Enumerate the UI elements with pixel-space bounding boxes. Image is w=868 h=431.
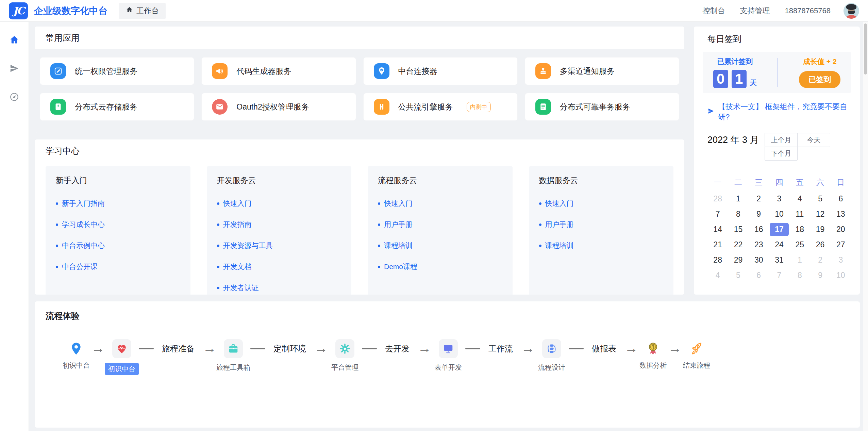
- calendar-day[interactable]: 4: [795, 193, 805, 205]
- app-card[interactable]: 分布式可靠事务服务: [525, 93, 679, 121]
- calendar-day[interactable]: 3: [836, 254, 846, 266]
- calendar-day[interactable]: 7: [774, 269, 784, 282]
- console-link[interactable]: 控制台: [702, 6, 725, 16]
- calendar-day[interactable]: 10: [834, 269, 848, 282]
- sidebar-item-compass[interactable]: [9, 92, 19, 102]
- calendar-day[interactable]: 18: [792, 223, 807, 236]
- app-card[interactable]: 多渠道通知服务: [525, 57, 679, 85]
- calendar-day[interactable]: 16: [752, 223, 766, 236]
- app-card[interactable]: 代码生成器服务: [201, 57, 356, 85]
- calendar-day[interactable]: 13: [834, 208, 848, 220]
- calendar-day[interactable]: 3: [774, 193, 784, 205]
- calendar-day[interactable]: 10: [772, 208, 786, 220]
- journey-node[interactable]: 表单开发: [439, 339, 458, 358]
- scrollbar-thumb[interactable]: [864, 23, 867, 74]
- checkin-divider: [778, 58, 778, 87]
- calendar-day[interactable]: 9: [754, 208, 764, 220]
- sidebar-item-send[interactable]: [9, 63, 19, 73]
- app-card[interactable]: 公共流引擎服务内测中: [363, 93, 518, 121]
- app-label: 多渠道通知服务: [560, 66, 615, 77]
- calendar-day[interactable]: 11: [793, 208, 806, 220]
- calendar-day[interactable]: 22: [731, 238, 746, 251]
- calendar-day[interactable]: 6: [836, 193, 846, 205]
- calendar-day[interactable]: 15: [731, 223, 746, 236]
- app-card[interactable]: 统一权限管理服务: [40, 57, 194, 85]
- calendar-day[interactable]: 28: [711, 254, 725, 266]
- learning-link[interactable]: 快速入门: [217, 199, 341, 208]
- calendar-day-cell: 7: [707, 206, 728, 222]
- sidebar-item-home[interactable]: [9, 35, 19, 45]
- calendar-day[interactable]: 5: [733, 269, 743, 282]
- learning-link[interactable]: 开发者认证: [217, 283, 341, 293]
- journey-edge-line: [139, 348, 154, 349]
- user-avatar[interactable]: [844, 3, 859, 19]
- bullet-dot-icon: [378, 202, 380, 205]
- calendar-day[interactable]: 30: [752, 254, 766, 266]
- calendar-day[interactable]: 21: [711, 238, 725, 251]
- calendar-day[interactable]: 20: [834, 223, 848, 236]
- journey-node[interactable]: 旅程工具箱: [224, 339, 243, 358]
- calendar-day-cell: 2: [810, 252, 830, 268]
- learning-link[interactable]: Demo课程: [378, 262, 502, 271]
- journey-node[interactable]: 结束旅程: [689, 341, 704, 356]
- calendar-day[interactable]: 28: [711, 193, 725, 205]
- learning-link[interactable]: 课程培训: [378, 241, 502, 250]
- calendar-day[interactable]: 31: [772, 254, 786, 266]
- app-logo[interactable]: JC: [9, 2, 28, 19]
- learning-link[interactable]: 开发文档: [217, 262, 341, 271]
- learning-link[interactable]: 新手入门指南: [56, 199, 180, 208]
- calendar-day[interactable]: 5: [815, 193, 825, 205]
- learning-link[interactable]: 开发资源与工具: [217, 241, 341, 250]
- calendar-day[interactable]: 7: [713, 208, 723, 220]
- calendar-day[interactable]: 24: [772, 238, 786, 251]
- calendar-day[interactable]: 26: [813, 238, 828, 251]
- app-card[interactable]: Oauth2授权管理服务: [201, 93, 356, 121]
- journey-node[interactable]: 流程设计: [542, 339, 561, 358]
- learning-link[interactable]: 中台示例中心: [56, 241, 180, 250]
- calendar-weekday: 二: [728, 177, 748, 188]
- calendar-day[interactable]: 19: [813, 223, 828, 236]
- today-button[interactable]: 今天: [797, 133, 830, 147]
- signed-in-button[interactable]: 已签到: [799, 71, 840, 88]
- support-admin-link[interactable]: 支持管理: [740, 6, 770, 16]
- calendar-day-selected[interactable]: 17: [770, 223, 789, 236]
- calendar-day[interactable]: 25: [792, 238, 807, 251]
- app-card[interactable]: 分布式云存储服务: [40, 93, 194, 121]
- calendar-day[interactable]: 12: [813, 208, 828, 220]
- calendar-day[interactable]: 2: [754, 193, 764, 205]
- journey-arrow-icon: →: [668, 341, 682, 356]
- learning-link[interactable]: 用户手册: [539, 220, 664, 229]
- calendar-day[interactable]: 8: [733, 208, 743, 220]
- calendar-day[interactable]: 1: [795, 254, 805, 266]
- calendar-day[interactable]: 2: [815, 254, 825, 266]
- calendar-day[interactable]: 29: [731, 254, 746, 266]
- learning-link[interactable]: 课程培训: [539, 241, 664, 250]
- vertical-scrollbar[interactable]: [863, 22, 868, 431]
- calendar-day[interactable]: 8: [795, 269, 805, 282]
- calendar-day[interactable]: 27: [834, 238, 848, 251]
- journey-node[interactable]: 初识中台: [69, 341, 84, 356]
- learning-link[interactable]: 开发指南: [217, 220, 341, 229]
- calendar-day[interactable]: 4: [713, 269, 723, 282]
- calendar-day[interactable]: 1: [733, 193, 743, 205]
- tab-workbench[interactable]: 工作台: [119, 3, 166, 19]
- calendar-day[interactable]: 9: [815, 269, 825, 282]
- calendar-day[interactable]: 14: [711, 223, 725, 236]
- calendar-day-cell: 1: [728, 191, 748, 206]
- app-card[interactable]: 中台连接器: [363, 57, 518, 85]
- calendar-day[interactable]: 6: [754, 269, 764, 282]
- journey-node[interactable]: 平台管理: [335, 339, 354, 358]
- learning-link[interactable]: 用户手册: [378, 220, 502, 229]
- journey-node[interactable]: 数据分析: [646, 341, 661, 356]
- learning-link[interactable]: 中台公开课: [56, 262, 180, 271]
- learning-link[interactable]: 快速入门: [378, 199, 502, 208]
- learning-link[interactable]: 快速入门: [539, 199, 664, 208]
- article-link-row[interactable]: 【技术一文】 框架组件，究竟要不要自研?: [707, 102, 851, 122]
- learning-link[interactable]: 学习成长中心: [56, 220, 180, 229]
- journey-node[interactable]: 初识中台: [112, 339, 131, 358]
- prev-month-button[interactable]: 上个月: [765, 133, 798, 147]
- calendar-day[interactable]: 23: [752, 238, 766, 251]
- next-month-button[interactable]: 下个月: [765, 147, 798, 161]
- calendar-day-cell: 23: [749, 237, 769, 252]
- learning-link-label: 开发资源与工具: [223, 241, 273, 250]
